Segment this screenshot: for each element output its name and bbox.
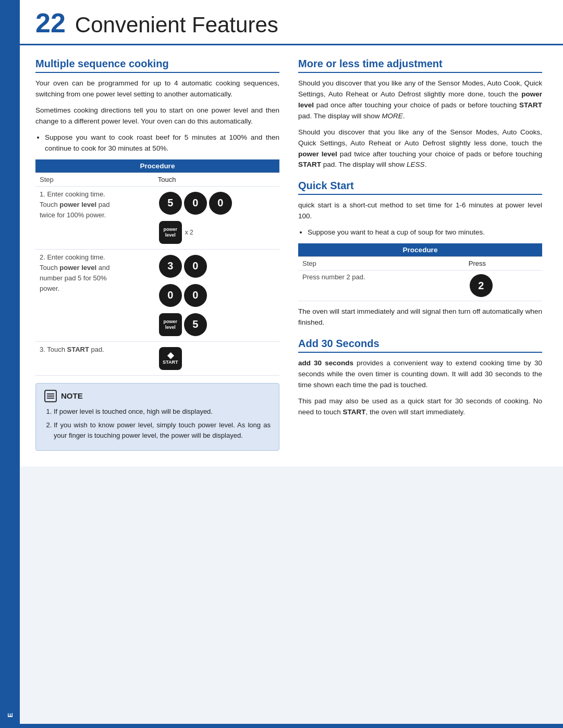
note-list: If power level is touched once, high wil… bbox=[54, 406, 271, 441]
btn-0d: 0 bbox=[159, 284, 182, 307]
note-item1: If power level is touched once, high wil… bbox=[54, 406, 271, 417]
note-item2: If you wish to know power level, simply … bbox=[54, 420, 271, 441]
sidebar-strip: E bbox=[0, 0, 20, 728]
left-para1: Your oven can be programmed for up to 4 … bbox=[35, 78, 279, 100]
note-line2 bbox=[47, 396, 54, 397]
note-line1 bbox=[47, 393, 54, 394]
step2-text: 2. Enter cooking time.Touch power level … bbox=[35, 249, 154, 341]
step1-text: 1. Enter cooking time.Touch power level … bbox=[35, 186, 154, 249]
right-column: More or less time adjustment Should you … bbox=[298, 58, 542, 451]
btn-5: 5 bbox=[159, 192, 182, 215]
qs-step1-text: Press number 2 pad. bbox=[298, 270, 464, 301]
content-body: Multiple sequence cooking Your oven can … bbox=[20, 45, 563, 466]
btn-0b: 0 bbox=[209, 192, 232, 215]
left-bullet-list: Suppose you want to cook roast beef for … bbox=[45, 132, 279, 154]
quick-start-bullet-list: Suppose you want to heat a cup of soup f… bbox=[308, 227, 542, 238]
more-less-para2: Should you discover that you like any of… bbox=[298, 127, 542, 171]
col-press-label: Press bbox=[464, 257, 542, 270]
left-column: Multiple sequence cooking Your oven can … bbox=[35, 58, 279, 451]
note-line3 bbox=[47, 398, 54, 399]
left-bullet1: Suppose you want to cook roast beef for … bbox=[45, 132, 279, 154]
col-touch-label: Touch bbox=[154, 172, 279, 186]
step1-buttons: 5 0 0 powerlevel x 2 bbox=[154, 186, 279, 249]
note-icon bbox=[44, 390, 57, 402]
note-box: NOTE If power level is touched once, hig… bbox=[35, 383, 279, 451]
btn-0a: 0 bbox=[184, 192, 207, 215]
btn-3: 3 bbox=[159, 255, 182, 278]
btn-5b: 5 bbox=[184, 313, 207, 336]
note-label: NOTE bbox=[61, 391, 83, 400]
qs-step1-button: 2 bbox=[464, 270, 542, 301]
page-letter: E bbox=[6, 713, 14, 718]
quick-start-result-para: The oven will start immediately and will… bbox=[298, 306, 542, 328]
step2-buttons: 3 0 0 0 powerlevel 5 bbox=[154, 249, 279, 341]
add-30-heading: Add 30 Seconds bbox=[298, 338, 542, 353]
start-btn: ◆ START bbox=[159, 347, 182, 370]
procedure-header: Procedure bbox=[35, 159, 279, 173]
start-diamond-icon: ◆ bbox=[167, 351, 174, 360]
procedure-table-left: Procedure Step Touch 1. Enter cooking ti… bbox=[35, 159, 279, 376]
more-less-section: More or less time adjustment Should you … bbox=[298, 58, 542, 170]
col-step-label: Step bbox=[35, 172, 154, 186]
more-less-para1: Should you discover that you like any of… bbox=[298, 78, 542, 122]
btn-2: 2 bbox=[470, 274, 493, 297]
quick-start-heading: Quick Start bbox=[298, 180, 542, 195]
left-para2: Sometimes cooking directions tell you to… bbox=[35, 105, 279, 127]
add-30-section: Add 30 Seconds add 30 seconds provides a… bbox=[298, 338, 542, 418]
quick-start-para1: quick start is a short-cut method to set… bbox=[298, 200, 542, 222]
add-30-para1: add 30 seconds provides a convenient way… bbox=[298, 358, 542, 391]
power-level-btn2: powerlevel bbox=[159, 313, 182, 336]
step3-text: 3. Touch START pad. bbox=[35, 341, 154, 375]
page-title: Convenient Features bbox=[75, 14, 278, 36]
quick-start-bullet1: Suppose you want to heat a cup of soup f… bbox=[308, 227, 542, 238]
page-number: 22 bbox=[35, 9, 66, 36]
btn-0c: 0 bbox=[184, 255, 207, 278]
btn-0e: 0 bbox=[184, 284, 207, 307]
quick-start-section: Quick Start quick start is a short-cut m… bbox=[298, 180, 542, 328]
add-30-para2: This pad may also be used as a quick sta… bbox=[298, 396, 542, 418]
bottom-bar bbox=[20, 724, 563, 728]
multiple-sequence-heading: Multiple sequence cooking bbox=[35, 58, 279, 73]
power-level-btn1: powerlevel bbox=[159, 221, 182, 244]
more-less-heading: More or less time adjustment bbox=[298, 58, 542, 73]
procedure-table-right: Procedure Step Press Press number 2 pad.… bbox=[298, 243, 542, 301]
procedure-header-right: Procedure bbox=[298, 243, 542, 257]
step3-buttons: ◆ START bbox=[154, 341, 279, 375]
note-header: NOTE bbox=[44, 390, 271, 402]
main-content: 22 Convenient Features Multiple sequence… bbox=[20, 0, 563, 466]
page-header: 22 Convenient Features bbox=[20, 0, 563, 45]
col-step-label-right: Step bbox=[298, 257, 464, 270]
x2-label: x 2 bbox=[185, 229, 193, 236]
